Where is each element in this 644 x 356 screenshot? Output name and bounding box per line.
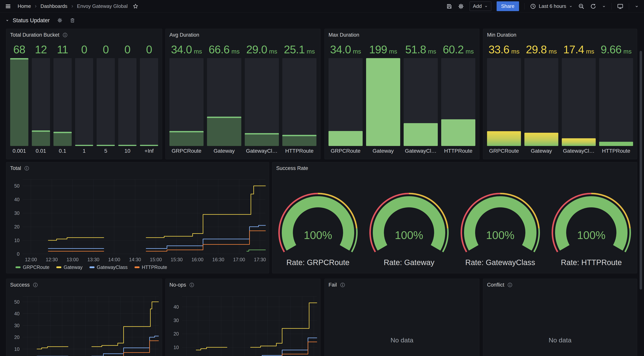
bar-label: HTTPRoute [441, 146, 475, 156]
time-range-picker[interactable]: Last 6 hours [530, 3, 573, 10]
bar-gauge-group: 33.6msGRPCRoute29.8msGateway17.4msGatewa… [487, 40, 633, 156]
panel-title[interactable]: No-ops [170, 282, 186, 288]
bar-column: 33.6msGRPCRoute [487, 40, 521, 156]
add-button-label: Add [473, 3, 482, 9]
breadcrumb-dashboards[interactable]: Dashboards [40, 3, 67, 9]
info-icon[interactable] [340, 282, 345, 287]
legend-swatch [16, 266, 20, 268]
gauge-label: Rate: HTTPRoute [561, 258, 622, 267]
bar-label: HTTPRoute [282, 146, 316, 156]
panel-total: Total 12:0012:3013:0013:3014:0014:3015:0… [6, 162, 269, 273]
bar-label: GRPCRoute [170, 146, 204, 156]
no-data-message: No data [325, 336, 479, 344]
stat-value: 29.8ms [524, 40, 558, 57]
bar-gauge-track [10, 58, 28, 146]
svg-text:40: 40 [14, 311, 20, 316]
svg-text:50: 50 [14, 299, 20, 305]
legend-swatch [56, 266, 61, 268]
legend-item[interactable]: Gateway [56, 264, 82, 270]
refresh-interval-chevron-icon[interactable] [602, 4, 606, 9]
bar-column: 199msGateway [366, 40, 400, 156]
legend-item[interactable]: GatewayClass [90, 264, 128, 270]
panel-title[interactable]: Max Duration [328, 32, 360, 38]
stat-value: 199ms [366, 40, 400, 57]
time-series-chart[interactable]: 10203040 [166, 279, 320, 356]
row-title[interactable]: Status Updater [13, 17, 50, 24]
bar-column: 17.4msGatewayCl… [562, 40, 596, 156]
panel-no-ops: No-ops 10203040 [166, 279, 320, 356]
bar-column: 29.0msGatewayCl… [245, 40, 279, 156]
bar-label: 0.001 [10, 146, 28, 156]
svg-text:10: 10 [14, 346, 20, 352]
chevron-right-icon [70, 4, 74, 9]
panel-title[interactable]: Fail [328, 282, 337, 288]
bar-column: 680.001 [10, 40, 28, 156]
refresh-icon[interactable] [590, 3, 596, 10]
stat-value: 25.1ms [282, 40, 316, 57]
legend-item[interactable]: GRPCRoute [16, 264, 50, 270]
zoom-out-icon[interactable] [578, 3, 584, 10]
info-icon[interactable] [189, 282, 194, 287]
stat-value: 11 [54, 40, 72, 57]
kiosk-monitor-icon[interactable] [617, 3, 624, 10]
stat-value: 0 [96, 40, 115, 57]
panel-title[interactable]: Total Duration Bucket [10, 32, 60, 38]
svg-text:13:30: 13:30 [88, 257, 100, 262]
bar-column: 29.8msGateway [524, 40, 558, 156]
vertical-scrollbar-thumb[interactable] [640, 51, 642, 290]
time-series-chart[interactable]: 12:0012:3013:0013:3014:0014:3015:0015:30… [6, 162, 269, 273]
row-settings-gear-icon[interactable] [57, 18, 63, 23]
panel-title[interactable]: Conflict [487, 282, 504, 288]
stat-value: 17.4ms [562, 40, 596, 57]
bar-label: GatewayCl… [245, 146, 279, 156]
svg-text:100%: 100% [486, 229, 514, 241]
favorite-star-icon[interactable] [133, 4, 138, 9]
svg-text:15:00: 15:00 [150, 257, 162, 262]
chevron-down-icon [484, 5, 488, 8]
panel-title[interactable]: Min Duration [487, 32, 516, 38]
bar-gauge-track [170, 58, 204, 146]
bar-label: 1 [75, 146, 93, 156]
info-icon[interactable] [62, 33, 68, 38]
info-icon[interactable] [33, 282, 38, 287]
panel-title[interactable]: Avg Duration [170, 32, 199, 38]
panel-total-duration-bucket: Total Duration Bucket 680.001120.01110.1… [6, 29, 162, 159]
panel-title[interactable]: Success [10, 282, 30, 288]
time-series-chart[interactable]: 1020304050 [6, 279, 162, 356]
bar-column: 25.1msHTTPRoute [282, 40, 316, 156]
toolbar-actions: Add Share Last 6 hours [446, 1, 639, 11]
row-delete-trash-icon[interactable] [70, 18, 75, 23]
bar-gauge-track [54, 58, 72, 146]
svg-text:10: 10 [174, 345, 179, 350]
collapse-toolbar-chevron-icon[interactable] [634, 4, 639, 9]
bar-column: 60.2msHTTPRoute [441, 40, 475, 156]
bar-label: GatewayCl… [562, 146, 596, 156]
bar-gauge-track [282, 58, 316, 146]
bar-gauge-track [118, 58, 136, 146]
panel-title[interactable]: Total [10, 165, 21, 171]
bar-gauge-track [140, 58, 158, 146]
bar-gauge-group: 34.0msGRPCRoute66.6msGateway29.0msGatewa… [170, 40, 316, 156]
legend-item[interactable]: HTTPRoute [134, 264, 167, 270]
svg-text:14:00: 14:00 [108, 257, 120, 262]
bar-column: 34.0msGRPCRoute [328, 40, 363, 156]
hamburger-menu-icon[interactable] [5, 3, 11, 10]
stat-value: 0 [75, 40, 93, 57]
dashboard-settings-gear-icon[interactable] [458, 3, 464, 10]
panel-title[interactable]: Success Rate [276, 165, 308, 171]
bar-gauge-track [328, 58, 363, 146]
add-button[interactable]: Add [470, 2, 491, 11]
gauge: 100%Rate: GatewayClass [455, 191, 546, 267]
bar-column: 05 [96, 40, 115, 156]
svg-text:100%: 100% [304, 229, 332, 241]
breadcrumb-home[interactable]: Home [18, 3, 31, 9]
share-button[interactable]: Share [496, 1, 519, 11]
info-icon[interactable] [24, 166, 29, 171]
bar-gauge-track [366, 58, 400, 146]
save-dashboard-icon[interactable] [446, 3, 452, 10]
info-icon[interactable] [507, 282, 512, 287]
stat-value: 66.6ms [207, 40, 241, 57]
row-collapse-chevron-icon[interactable] [5, 18, 10, 23]
bar-column: 120.01 [32, 40, 50, 156]
panel-conflict: Conflict No data [483, 279, 637, 356]
